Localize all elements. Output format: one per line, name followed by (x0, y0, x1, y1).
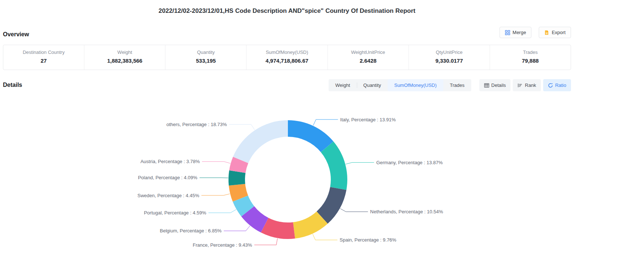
stat-label: SumOfMoney(USD) (246, 49, 327, 55)
pie-slice-poland[interactable] (228, 170, 245, 186)
stat-label: Quantity (165, 49, 246, 55)
stat-value: 4,974,718,806.67 (246, 58, 327, 64)
stat-value: 79,888 (490, 58, 571, 64)
chart-label-spain: Spain, Percentage : 9.76% (340, 237, 396, 243)
stat-label: QtyUnitPrice (409, 49, 490, 55)
tab-rank[interactable]: Rank (513, 79, 541, 91)
tab-sum-of-money[interactable]: SumOfMoney(USD) (388, 79, 443, 91)
label-line-netherlands (340, 209, 368, 212)
label-line-spain (313, 234, 338, 240)
tab-ratio-label: Ratio (555, 82, 566, 88)
stat-cell-weight-unit-price: WeightUnitPrice 2.6428 (328, 45, 409, 70)
stat-cell-trades: Trades 79,888 (490, 45, 571, 70)
rank-icon (517, 83, 523, 88)
stat-cell-quantity: Quantity 533,195 (165, 45, 246, 70)
label-line-italy (313, 119, 338, 125)
stat-value: 533,195 (165, 58, 246, 64)
merge-button[interactable]: Merge (500, 27, 532, 38)
label-line-belgium (224, 226, 250, 231)
stat-label: Weight (84, 49, 165, 55)
page-title: 2022/12/02-2023/12/01,HS Code Descriptio… (0, 7, 574, 15)
label-line-others (229, 124, 255, 130)
label-line-austria (202, 162, 230, 163)
chart-label-netherlands: Netherlands, Percentage : 10.54% (370, 209, 443, 214)
merge-icon (505, 30, 510, 35)
pie-slice-others[interactable] (233, 120, 288, 163)
overview-heading: Overview (3, 31, 29, 38)
ratio-icon (548, 83, 553, 88)
chart-label-poland: Poland, Percentage : 4.09% (138, 175, 197, 180)
export-button[interactable]: Export (539, 27, 571, 38)
label-line-sweden (201, 194, 230, 195)
stat-value: 2.6428 (328, 58, 409, 64)
view-tab-group: Details Rank Ratio (479, 79, 571, 91)
table-icon (484, 83, 489, 88)
details-heading: Details (3, 82, 22, 88)
chart-label-austria: Austria, Percentage : 3.78% (140, 159, 200, 164)
stat-cell-qty-unit-price: QtyUnitPrice 9,330.0177 (409, 45, 490, 70)
donut-chart: Italy, Percentage : 13.91%Germany, Perce… (0, 95, 574, 276)
pie-slice-germany[interactable] (321, 141, 347, 190)
label-line-france (254, 239, 277, 245)
stat-value: 9,330.0177 (409, 58, 490, 64)
top-actions: Merge Export (500, 27, 571, 38)
tab-rank-label: Rank (525, 82, 536, 88)
export-icon (544, 30, 549, 35)
tab-ratio[interactable]: Ratio (543, 79, 571, 91)
chart-label-italy: Italy, Percentage : 13.91% (340, 117, 396, 122)
chart-label-sweden: Sweden, Percentage : 4.45% (138, 193, 200, 198)
tab-details-label: Details (491, 82, 506, 88)
donut-chart-svg: Italy, Percentage : 13.91%Germany, Perce… (0, 95, 574, 276)
chart-label-portugal: Portugal, Percentage : 4.59% (144, 210, 206, 216)
stat-label: Trades (490, 49, 571, 55)
overview-stats-panel: Destination Country 27 Weight 1,882,383,… (3, 45, 571, 70)
label-line-poland (200, 178, 228, 178)
export-button-label: Export (552, 30, 566, 35)
details-toolbar: Weight Quantity SumOfMoney(USD) Trades D… (329, 79, 571, 91)
stat-value: 1,882,383,566 (84, 58, 165, 64)
chart-label-germany: Germany, Percentage : 13.87% (376, 160, 443, 165)
merge-button-label: Merge (513, 30, 526, 35)
stat-label: Destination Country (3, 49, 84, 55)
tab-details[interactable]: Details (479, 79, 511, 91)
label-line-germany (346, 162, 374, 164)
stat-cell-weight: Weight 1,882,383,566 (84, 45, 165, 70)
chart-label-others: others, Percentage : 18.73% (167, 122, 227, 127)
metric-tab-group: Weight Quantity SumOfMoney(USD) Trades (329, 79, 471, 91)
tab-weight[interactable]: Weight (329, 79, 356, 91)
chart-label-belgium: Belgium, Percentage : 6.85% (160, 228, 222, 233)
stat-label: WeightUnitPrice (328, 49, 409, 55)
chart-label-france: France, Percentage : 9.43% (193, 242, 252, 248)
tab-trades[interactable]: Trades (443, 79, 471, 91)
stat-value: 27 (3, 58, 84, 64)
tab-quantity[interactable]: Quantity (357, 79, 388, 91)
stat-cell-sum-of-money: SumOfMoney(USD) 4,974,718,806.67 (246, 45, 327, 70)
label-line-portugal (208, 210, 236, 213)
stat-cell-destination-country: Destination Country 27 (3, 45, 84, 70)
